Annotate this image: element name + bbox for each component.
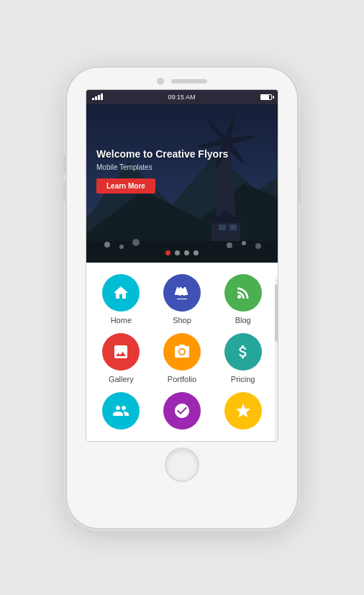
nav-label-blog: Blog xyxy=(235,316,251,324)
phone-mockup: 09:15 AM xyxy=(67,68,297,528)
screen-content: Home Shop xyxy=(86,263,278,442)
signal-bar-2 xyxy=(95,96,97,100)
hero-cta-button[interactable]: Learn More xyxy=(96,178,155,194)
signal-bar-3 xyxy=(98,95,100,100)
portfolio-icon-circle xyxy=(163,333,201,371)
phone-top-bar xyxy=(67,68,297,89)
battery-fill xyxy=(261,95,269,99)
home-button[interactable] xyxy=(165,448,199,482)
gallery-icon xyxy=(112,343,129,360)
scrollbar-track xyxy=(275,277,278,442)
nav-item-blog[interactable]: Blog xyxy=(215,274,270,324)
hero-banner: Welcome to Creative Flyors Mobile Templa… xyxy=(86,104,278,263)
hero-title: Welcome to Creative Flyors xyxy=(96,147,228,160)
svg-point-23 xyxy=(180,349,184,353)
home-icon xyxy=(112,284,129,301)
nav-item-portfolio[interactable]: Portfolio xyxy=(155,333,210,383)
phone-screen: 09:15 AM xyxy=(86,89,278,442)
star-icon xyxy=(235,402,252,419)
nav-label-home: Home xyxy=(111,316,132,324)
blog-icon-circle xyxy=(224,274,262,312)
dot-4[interactable] xyxy=(194,250,199,255)
scrollbar-thumb[interactable] xyxy=(275,284,278,342)
signal-bar-4 xyxy=(101,94,103,100)
nav-label-portfolio: Portfolio xyxy=(168,375,196,383)
nav-item-shop[interactable]: Shop xyxy=(155,274,210,324)
pricing-icon-circle xyxy=(224,333,262,371)
nav-label-shop: Shop xyxy=(173,316,191,324)
row3a-icon-circle xyxy=(102,392,140,430)
hero-dots xyxy=(165,250,199,255)
dot-1[interactable] xyxy=(165,250,170,255)
earpiece-speaker xyxy=(171,79,207,83)
signal-indicator xyxy=(92,94,103,100)
people-icon xyxy=(112,402,129,419)
dot-2[interactable] xyxy=(175,250,180,255)
battery-indicator xyxy=(260,94,272,100)
status-bar: 09:15 AM xyxy=(86,90,278,104)
nav-item-pricing[interactable]: Pricing xyxy=(215,333,270,383)
row3b-icon-circle xyxy=(163,392,201,430)
shop-icon xyxy=(173,284,191,301)
nav-item-row3b[interactable] xyxy=(155,392,210,434)
nav-item-row3c[interactable] xyxy=(215,392,270,434)
nav-label-gallery: Gallery xyxy=(109,375,134,383)
nav-label-pricing: Pricing xyxy=(231,375,255,383)
power-button xyxy=(297,168,301,204)
hero-subtitle: Mobile Templates xyxy=(96,163,228,171)
status-time: 09:15 AM xyxy=(168,94,195,101)
hero-content: Welcome to Creative Flyors Mobile Templa… xyxy=(96,147,228,194)
front-camera xyxy=(157,78,164,85)
volume-up-button xyxy=(63,154,67,174)
nav-grid: Home Shop xyxy=(86,263,278,440)
settings-icon xyxy=(173,402,191,419)
dot-3[interactable] xyxy=(184,250,189,255)
svg-point-22 xyxy=(237,295,241,299)
camera-icon xyxy=(173,343,191,360)
nav-item-home[interactable]: Home xyxy=(94,274,149,324)
dollar-icon xyxy=(235,343,252,360)
nav-item-gallery[interactable]: Gallery xyxy=(94,333,149,383)
battery-icon xyxy=(260,94,272,100)
gallery-icon-circle xyxy=(102,333,140,371)
signal-bar-1 xyxy=(92,98,94,100)
volume-down-button xyxy=(63,181,67,201)
row3c-icon-circle xyxy=(224,392,262,430)
rss-icon xyxy=(235,284,252,301)
shop-icon-circle xyxy=(163,274,201,312)
nav-item-row3a[interactable] xyxy=(94,392,149,434)
home-icon-circle xyxy=(102,274,140,312)
